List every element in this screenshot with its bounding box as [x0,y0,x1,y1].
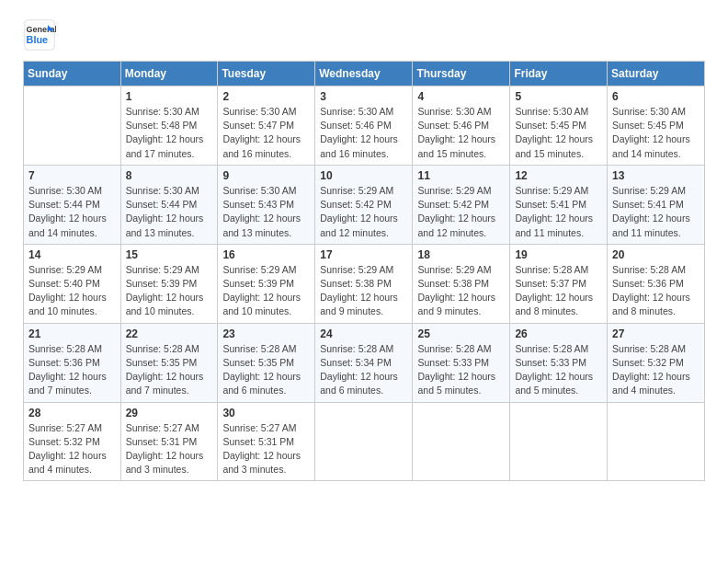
calendar-week-row: 14Sunrise: 5:29 AMSunset: 5:40 PMDayligh… [24,244,705,323]
day-info: Sunrise: 5:29 AMSunset: 5:41 PMDaylight:… [612,184,700,240]
day-info: Sunrise: 5:27 AMSunset: 5:32 PMDaylight:… [28,421,116,477]
calendar-cell: 5Sunrise: 5:30 AMSunset: 5:45 PMDaylight… [510,86,608,166]
calendar-cell: 11Sunrise: 5:29 AMSunset: 5:42 PMDayligh… [413,165,510,244]
day-info: Sunrise: 5:28 AMSunset: 5:36 PMDaylight:… [28,342,116,398]
calendar-cell [24,86,121,166]
calendar-cell: 10Sunrise: 5:29 AMSunset: 5:42 PMDayligh… [315,165,413,244]
day-info: Sunrise: 5:30 AMSunset: 5:48 PMDaylight:… [126,105,213,161]
day-info: Sunrise: 5:29 AMSunset: 5:39 PMDaylight:… [222,263,310,319]
day-number: 17 [320,248,407,261]
day-number: 7 [28,169,116,182]
day-number: 21 [28,327,116,340]
day-info: Sunrise: 5:30 AMSunset: 5:45 PMDaylight:… [515,105,602,161]
calendar-cell: 9Sunrise: 5:30 AMSunset: 5:43 PMDaylight… [218,165,315,244]
calendar-cell: 22Sunrise: 5:28 AMSunset: 5:35 PMDayligh… [120,323,218,402]
calendar-cell [413,402,510,481]
calendar-cell: 1Sunrise: 5:30 AMSunset: 5:48 PMDaylight… [120,86,218,166]
day-number: 12 [515,169,602,182]
day-info: Sunrise: 5:29 AMSunset: 5:39 PMDaylight:… [126,263,213,319]
day-info: Sunrise: 5:27 AMSunset: 5:31 PMDaylight:… [126,421,213,477]
calendar-cell: 18Sunrise: 5:29 AMSunset: 5:38 PMDayligh… [413,244,510,323]
calendar-cell: 8Sunrise: 5:30 AMSunset: 5:44 PMDaylight… [120,165,218,244]
calendar-cell: 12Sunrise: 5:29 AMSunset: 5:41 PMDayligh… [510,165,608,244]
day-info: Sunrise: 5:28 AMSunset: 5:32 PMDaylight:… [612,342,700,398]
day-number: 8 [126,169,213,182]
day-info: Sunrise: 5:28 AMSunset: 5:35 PMDaylight:… [222,342,310,398]
calendar-week-row: 1Sunrise: 5:30 AMSunset: 5:48 PMDaylight… [24,86,705,166]
calendar-cell: 17Sunrise: 5:29 AMSunset: 5:38 PMDayligh… [315,244,413,323]
day-info: Sunrise: 5:30 AMSunset: 5:44 PMDaylight:… [126,184,213,240]
day-info: Sunrise: 5:28 AMSunset: 5:35 PMDaylight:… [126,342,213,398]
calendar-cell: 30Sunrise: 5:27 AMSunset: 5:31 PMDayligh… [218,402,315,481]
day-info: Sunrise: 5:30 AMSunset: 5:46 PMDaylight:… [417,105,505,161]
day-info: Sunrise: 5:29 AMSunset: 5:38 PMDaylight:… [417,263,505,319]
calendar-week-row: 7Sunrise: 5:30 AMSunset: 5:44 PMDaylight… [24,165,705,244]
day-info: Sunrise: 5:28 AMSunset: 5:34 PMDaylight:… [320,342,407,398]
day-number: 25 [417,327,505,340]
day-number: 29 [126,407,213,419]
weekday-header-cell: Monday [120,62,218,86]
weekday-header-cell: Saturday [608,62,705,86]
calendar-cell [608,402,705,481]
calendar-cell: 2Sunrise: 5:30 AMSunset: 5:47 PMDaylight… [218,86,315,166]
day-info: Sunrise: 5:29 AMSunset: 5:42 PMDaylight:… [320,184,407,240]
weekday-header-cell: Tuesday [218,62,315,86]
day-number: 30 [222,407,310,419]
day-number: 10 [320,169,407,182]
logo-icon: General Blue [23,18,56,52]
day-number: 11 [417,169,505,182]
day-number: 2 [222,90,310,103]
day-number: 13 [612,169,700,182]
calendar-cell: 6Sunrise: 5:30 AMSunset: 5:45 PMDaylight… [608,86,705,166]
day-number: 6 [612,90,700,103]
calendar-cell: 14Sunrise: 5:29 AMSunset: 5:40 PMDayligh… [24,244,121,323]
day-number: 23 [222,327,310,340]
day-info: Sunrise: 5:29 AMSunset: 5:41 PMDaylight:… [515,184,602,240]
weekday-header-cell: Thursday [413,62,510,86]
calendar-cell: 13Sunrise: 5:29 AMSunset: 5:41 PMDayligh… [608,165,705,244]
weekday-header-cell: Sunday [24,62,121,86]
calendar-cell: 26Sunrise: 5:28 AMSunset: 5:33 PMDayligh… [510,323,608,402]
logo: General Blue [23,18,60,52]
day-info: Sunrise: 5:28 AMSunset: 5:33 PMDaylight:… [515,342,602,398]
day-info: Sunrise: 5:27 AMSunset: 5:31 PMDaylight:… [222,421,310,477]
day-number: 9 [222,169,310,182]
calendar-cell: 24Sunrise: 5:28 AMSunset: 5:34 PMDayligh… [315,323,413,402]
calendar-cell: 16Sunrise: 5:29 AMSunset: 5:39 PMDayligh… [218,244,315,323]
calendar-cell: 28Sunrise: 5:27 AMSunset: 5:32 PMDayligh… [24,402,121,481]
day-number: 5 [515,90,602,103]
calendar-week-row: 28Sunrise: 5:27 AMSunset: 5:32 PMDayligh… [24,402,705,481]
page-header: General Blue [23,18,705,52]
calendar-cell [315,402,413,481]
day-number: 24 [320,327,407,340]
day-number: 15 [126,248,213,261]
day-number: 20 [612,248,700,261]
day-number: 1 [126,90,213,103]
day-info: Sunrise: 5:29 AMSunset: 5:40 PMDaylight:… [28,263,116,319]
day-number: 4 [417,90,505,103]
day-number: 19 [515,248,602,261]
calendar-cell: 27Sunrise: 5:28 AMSunset: 5:32 PMDayligh… [608,323,705,402]
calendar-cell: 15Sunrise: 5:29 AMSunset: 5:39 PMDayligh… [120,244,218,323]
day-info: Sunrise: 5:30 AMSunset: 5:45 PMDaylight:… [612,105,700,161]
day-info: Sunrise: 5:30 AMSunset: 5:46 PMDaylight:… [320,105,407,161]
calendar-cell: 21Sunrise: 5:28 AMSunset: 5:36 PMDayligh… [24,323,121,402]
day-number: 16 [222,248,310,261]
day-info: Sunrise: 5:28 AMSunset: 5:36 PMDaylight:… [612,263,700,319]
weekday-header-cell: Friday [510,62,608,86]
day-number: 22 [126,327,213,340]
weekday-header-row: SundayMondayTuesdayWednesdayThursdayFrid… [24,62,705,86]
calendar-cell: 29Sunrise: 5:27 AMSunset: 5:31 PMDayligh… [120,402,218,481]
svg-text:Blue: Blue [27,34,48,45]
day-number: 3 [320,90,407,103]
calendar-week-row: 21Sunrise: 5:28 AMSunset: 5:36 PMDayligh… [24,323,705,402]
weekday-header-cell: Wednesday [315,62,413,86]
calendar-cell: 25Sunrise: 5:28 AMSunset: 5:33 PMDayligh… [413,323,510,402]
calendar-cell [510,402,608,481]
day-info: Sunrise: 5:30 AMSunset: 5:43 PMDaylight:… [222,184,310,240]
day-info: Sunrise: 5:29 AMSunset: 5:42 PMDaylight:… [417,184,505,240]
calendar-cell: 19Sunrise: 5:28 AMSunset: 5:37 PMDayligh… [510,244,608,323]
calendar-cell: 7Sunrise: 5:30 AMSunset: 5:44 PMDaylight… [24,165,121,244]
day-number: 26 [515,327,602,340]
day-number: 18 [417,248,505,261]
